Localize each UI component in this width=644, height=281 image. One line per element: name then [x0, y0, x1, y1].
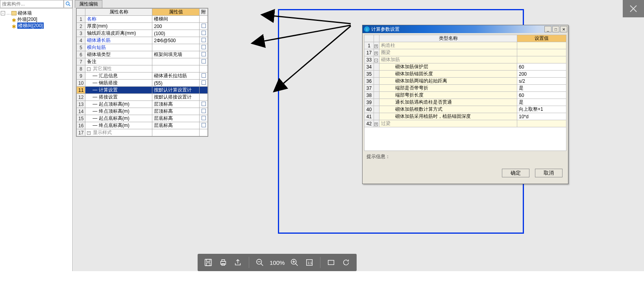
rotate-button[interactable]	[339, 256, 353, 269]
param-row[interactable]: 41砌体加筋采用植筋时，植筋锚固深度10*d	[365, 113, 566, 120]
property-row[interactable]: 10— 钢筋搭接(55)	[77, 80, 208, 87]
col-name: 属性名称	[85, 9, 152, 16]
checkbox[interactable]	[202, 109, 206, 113]
param-row[interactable]: 33-砌体加筋	[365, 56, 566, 63]
node-icon	[12, 17, 16, 22]
dialog-titlebar[interactable]: ↕ 计算参数设置 _ □ ✕	[363, 25, 568, 33]
dialog-maximize-button[interactable]: □	[552, 26, 559, 32]
save-button[interactable]	[202, 256, 215, 269]
property-row[interactable]: 16— 终点底标高(m)层底标高	[77, 122, 208, 129]
property-table: 属性名称 属性值 附 1名称楼梯间2厚度(mm)2003轴线距左墙皮距离(mm)…	[76, 8, 208, 137]
property-row[interactable]: 13— 起点顶标高(m)层顶标高	[77, 101, 208, 108]
tree-item-wall1[interactable]: 外墙[200]	[1, 16, 72, 22]
tree-toggle-icon[interactable]: -	[1, 11, 5, 15]
param-row[interactable]: 40砌体加筋根数计算方式向上取整+1	[365, 106, 566, 113]
property-row[interactable]: 8- 其它属性	[77, 65, 208, 73]
svg-rect-10	[206, 263, 210, 266]
dialog-minimize-button[interactable]: _	[544, 26, 551, 32]
property-row[interactable]: 1名称楼梯间	[77, 16, 208, 23]
checkbox[interactable]	[202, 102, 206, 106]
col-set-value: 设置值	[517, 35, 566, 42]
calc-param-dialog: ↕ 计算参数设置 _ □ ✕ 类型名称 设置值 1+构造柱17+圈梁33-砌体加…	[362, 25, 568, 184]
search-row	[0, 0, 72, 9]
dialog-hint: 提示信息：	[364, 151, 566, 166]
svg-line-1	[69, 5, 70, 6]
print-button[interactable]	[217, 256, 230, 269]
app-close-button[interactable]	[623, 0, 644, 17]
checkbox[interactable]	[202, 116, 206, 120]
tree-root[interactable]: - … 砌体墙	[1, 10, 72, 16]
checkbox[interactable]	[202, 73, 206, 78]
component-tree-sidebar: - … 砌体墙 外墙[200] 楼梯间[200]	[0, 0, 73, 271]
param-row[interactable]: 1+构造柱	[365, 42, 566, 49]
checkbox[interactable]	[202, 38, 206, 42]
actual-size-button[interactable]: 1:1	[303, 256, 316, 269]
zoom-out-button[interactable]	[253, 256, 266, 269]
param-row[interactable]: 38端部弯折长度60	[365, 92, 566, 99]
dialog-app-icon: ↕	[364, 26, 370, 32]
checkbox[interactable]	[202, 59, 206, 63]
share-icon	[234, 258, 242, 267]
fit-button[interactable]	[324, 256, 338, 269]
param-row[interactable]: 36砌体加筋两端的起始距离s/2	[365, 78, 566, 85]
checkbox[interactable]	[202, 31, 206, 35]
checkbox[interactable]	[202, 52, 206, 56]
property-row[interactable]: 17+ 显示样式	[77, 129, 208, 136]
ok-button[interactable]: 确定	[502, 169, 529, 177]
search-icon	[65, 1, 71, 7]
property-row[interactable]: 11— 计算设置按默认计算设置计	[77, 87, 208, 94]
col-att: 附	[200, 9, 208, 16]
component-tree: - … 砌体墙 外墙[200] 楼梯间[200]	[0, 9, 72, 30]
tree-toggle-icon[interactable]: +	[374, 45, 378, 48]
property-row[interactable]: 4砌体通长筋2Φ6@500	[77, 37, 208, 44]
zoom-in-icon	[290, 258, 299, 267]
tree-toggle-icon[interactable]: +	[374, 52, 378, 55]
property-row[interactable]: 15— 起点底标高(m)层底标高	[77, 115, 208, 122]
property-row[interactable]: 3轴线距左墙皮距离(mm)(100)	[77, 30, 208, 37]
share-button[interactable]	[231, 256, 245, 269]
zoom-level: 100%	[270, 259, 285, 266]
property-row[interactable]: 9— 汇总信息砌体通长拉结筋	[77, 73, 208, 80]
search-input[interactable]	[0, 0, 64, 8]
dialog-close-button[interactable]: ✕	[560, 26, 567, 32]
tree-label: 外墙[200]	[17, 16, 37, 22]
annotation-arrows	[191, 8, 361, 95]
zoom-in-button[interactable]	[288, 256, 301, 269]
property-row[interactable]: 14— 终点顶标高(m)层顶标高	[77, 108, 208, 115]
node-icon	[12, 24, 16, 28]
bottom-toolbar: 100% 1:1	[198, 254, 357, 271]
search-button[interactable]	[64, 0, 72, 8]
param-blank-area	[364, 127, 566, 151]
checkbox[interactable]	[202, 24, 206, 28]
param-row[interactable]: 34砌体加筋保护层60	[365, 63, 566, 71]
param-row[interactable]: 35砌体加筋锚固长度200	[365, 71, 566, 78]
property-row[interactable]: 6砌体墙类型框架间填充墙	[77, 51, 208, 58]
param-row[interactable]: 37端部是否带弯折是	[365, 85, 566, 92]
svg-line-18	[296, 264, 298, 266]
tree-item-wall2[interactable]: 楼梯间[200]	[1, 22, 72, 29]
save-icon	[204, 258, 213, 267]
param-row[interactable]: 42+过梁	[365, 120, 566, 127]
svg-point-0	[66, 2, 69, 5]
dialog-title: 计算参数设置	[371, 26, 544, 33]
tree-label-selected: 楼梯间[200]	[17, 22, 44, 29]
cancel-button[interactable]: 取消	[535, 169, 563, 177]
property-row[interactable]: 7备注	[77, 58, 208, 65]
svg-line-3	[272, 16, 351, 24]
svg-rect-9	[206, 259, 210, 262]
checkbox[interactable]	[202, 45, 206, 49]
svg-line-4	[262, 25, 351, 41]
property-row[interactable]: 12— 搭接设置按默认搭接设置计	[77, 94, 208, 101]
tab-property-edit[interactable]: 属性编辑	[75, 0, 102, 8]
tree-toggle-icon[interactable]: -	[374, 59, 378, 62]
checkbox[interactable]	[202, 80, 206, 85]
rotate-icon	[342, 258, 350, 267]
property-row[interactable]: 5横向短筋	[77, 44, 208, 51]
property-row[interactable]: 2厚度(mm)200	[77, 23, 208, 30]
col-type-name: 类型名称	[379, 35, 517, 42]
param-row[interactable]: 39通长加筋遇构造柱是否贯通是	[365, 99, 566, 106]
tree-toggle-icon[interactable]: +	[374, 123, 378, 126]
print-icon	[219, 258, 228, 267]
checkbox[interactable]	[202, 123, 206, 127]
param-row[interactable]: 17+圈梁	[365, 49, 566, 56]
